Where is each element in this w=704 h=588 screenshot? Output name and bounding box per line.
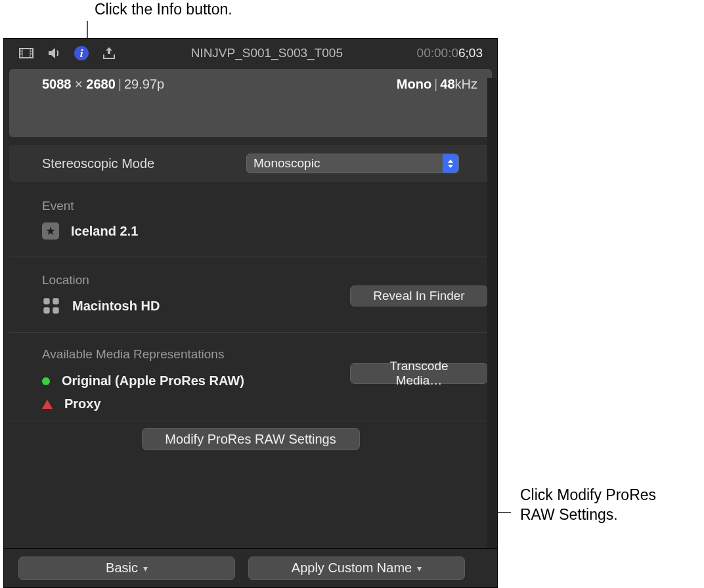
star-icon: ★: [42, 222, 59, 240]
media-section: Available Media Representations Original…: [4, 333, 497, 411]
status-dot-green-icon: [42, 377, 50, 385]
event-label: Event: [42, 199, 459, 213]
apply-custom-name-select[interactable]: Apply Custom Name▾: [248, 556, 465, 580]
info-icon[interactable]: i: [74, 45, 89, 61]
location-section: Location Macintosh HD Reveal In Finder: [4, 257, 497, 332]
clip-summary: 5088 × 2680|29.97p Mono|48kHz: [9, 69, 492, 137]
transcode-media-button[interactable]: Transcode Media…: [350, 363, 488, 384]
media-original-label: Original (Apple ProRes RAW): [62, 373, 244, 388]
status-triangle-red-icon: [42, 400, 53, 409]
reveal-in-finder-button[interactable]: Reveal In Finder: [350, 285, 488, 306]
bottom-bar: Basic▾ Apply Custom Name▾: [4, 548, 497, 587]
share-icon[interactable]: [101, 45, 117, 61]
timecode: 00:00:06;03: [417, 46, 483, 60]
svg-text:i: i: [80, 47, 83, 60]
stereoscopic-value: Monoscopic: [253, 156, 320, 171]
chevron-updown-icon: [443, 154, 458, 173]
svg-rect-0: [20, 49, 33, 58]
media-proxy-label: Proxy: [64, 396, 101, 411]
chevron-down-icon: ▾: [143, 563, 148, 574]
svg-rect-10: [53, 298, 58, 304]
chevron-down-icon: ▾: [417, 563, 422, 574]
location-name: Macintosh HD: [72, 299, 160, 314]
media-proxy-row: Proxy: [42, 396, 459, 411]
clip-audio: Mono|48kHz: [397, 77, 477, 137]
stereoscopic-select[interactable]: Monoscopic: [246, 154, 459, 173]
stereoscopic-row: Stereoscopic Mode Monoscopic: [9, 145, 492, 182]
timecode-bright: 6;03: [458, 46, 483, 60]
event-section: Event ★ Iceland 2.1: [4, 182, 497, 257]
event-name: Iceland 2.1: [71, 224, 138, 239]
apply-custom-name-label: Apply Custom Name: [292, 560, 412, 576]
clip-name: NINJVP_S001_S003_T005: [191, 46, 343, 60]
speaker-icon[interactable]: [46, 45, 62, 61]
filmstrip-icon[interactable]: [18, 45, 34, 61]
svg-rect-11: [43, 307, 49, 313]
metadata-view-label: Basic: [106, 560, 138, 576]
stereoscopic-label: Stereoscopic Mode: [42, 156, 246, 171]
svg-rect-9: [43, 298, 49, 304]
callout-info: Click the Info button.: [95, 0, 232, 20]
drive-icon: [42, 297, 60, 315]
scrollbar[interactable]: [487, 78, 496, 548]
svg-rect-12: [53, 307, 58, 313]
callout-modify: Click Modify ProRes RAW Settings.: [520, 486, 691, 525]
inspector-panel: i NINJVP_S001_S003_T005 00:00:06;03 5088…: [3, 38, 498, 588]
clip-dimensions: 5088 × 2680|29.97p: [42, 77, 164, 137]
modify-prores-raw-button[interactable]: Modify ProRes RAW Settings: [142, 428, 360, 450]
inspector-toolbar: i NINJVP_S001_S003_T005 00:00:06;03: [4, 39, 497, 68]
metadata-view-select[interactable]: Basic▾: [18, 556, 235, 580]
timecode-dim: 00:00:0: [417, 46, 458, 60]
